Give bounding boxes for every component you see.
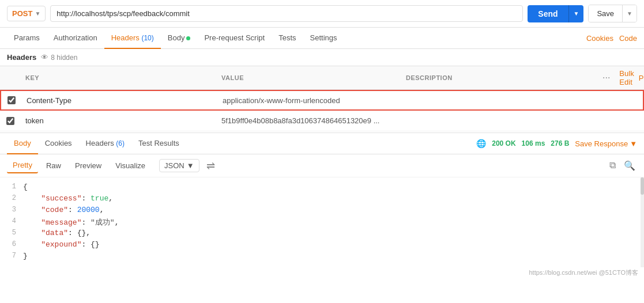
row1-description[interactable] xyxy=(402,97,643,104)
row1-checkbox[interactable] xyxy=(7,96,16,104)
table-header-row: KEY VALUE DESCRIPTION ··· Bulk Edit Pres… xyxy=(0,66,644,90)
view-tab-pretty[interactable]: Pretty xyxy=(7,158,38,173)
response-headers-count: (6) xyxy=(116,139,125,147)
view-tab-preview[interactable]: Preview xyxy=(69,158,107,173)
response-tab-headers[interactable]: Headers (6) xyxy=(79,133,131,154)
send-btn-group: Send ▼ xyxy=(528,5,583,22)
row1-value[interactable]: application/x-www-form-urlencoded xyxy=(218,93,402,108)
row2-checkbox[interactable] xyxy=(6,117,14,125)
code-line-6: 6 "expound": {} xyxy=(0,240,644,251)
wrap-icon[interactable]: ⇌ xyxy=(206,160,215,172)
row2-value[interactable]: 5f1b9ff0e4b08b8a8fa3d106374864651320e9 .… xyxy=(217,113,401,128)
url-input[interactable] xyxy=(50,5,523,22)
save-dropdown-button[interactable]: ▼ xyxy=(622,5,637,22)
tab-tests[interactable]: Tests xyxy=(272,28,303,49)
status-ok: 200 OK xyxy=(492,139,515,147)
more-options-icon[interactable]: ··· xyxy=(598,73,615,83)
send-dropdown-button[interactable]: ▼ xyxy=(568,5,584,22)
cookies-link[interactable]: Cookies xyxy=(586,34,613,43)
search-icon[interactable]: 🔍 xyxy=(622,158,637,173)
col-header-description: DESCRIPTION xyxy=(401,74,598,81)
col-header-value: VALUE xyxy=(217,74,401,81)
row2-description[interactable] xyxy=(401,118,644,124)
format-label: JSON xyxy=(164,161,184,170)
table-row: token 5f1b9ff0e4b08b8a8fa3d1063748646513… xyxy=(0,111,644,131)
col-header-key: KEY xyxy=(21,74,217,81)
code-line-5: 5 "data": {}, xyxy=(0,228,644,240)
response-tabs-row: Body Cookies Headers (6) Test Results 🌐 … xyxy=(0,132,644,154)
save-response-label: Save Response xyxy=(575,139,628,148)
response-headers-label: Headers xyxy=(86,139,116,147)
body-toolbar: Pretty Raw Preview Visualize JSON ▼ ⇌ ⧉ … xyxy=(0,154,644,177)
tab-headers[interactable]: Headers (10) xyxy=(104,28,161,49)
response-tab-body[interactable]: Body xyxy=(7,133,38,154)
row2-key[interactable]: token xyxy=(21,113,217,128)
code-line-3: 3 "code": 20000, xyxy=(0,205,644,217)
headers-table: KEY VALUE DESCRIPTION ··· Bulk Edit Pres… xyxy=(0,66,644,131)
response-tab-cookies[interactable]: Cookies xyxy=(38,133,79,154)
bulk-edit-button[interactable]: Bulk Edit xyxy=(619,69,634,86)
copy-icon[interactable]: ⧉ xyxy=(608,158,617,173)
headers-section-header: Headers 👁 8 hidden xyxy=(0,49,644,66)
tab-authorization[interactable]: Authorization xyxy=(47,28,104,49)
save-btn-group: Save ▼ xyxy=(588,5,637,22)
scrollbar[interactable] xyxy=(641,177,644,267)
hidden-count: 8 hidden xyxy=(51,54,77,62)
response-tab-test-results[interactable]: Test Results xyxy=(131,133,186,154)
save-response-arrow: ▼ xyxy=(630,139,637,148)
method-label: POST xyxy=(12,9,32,18)
method-select[interactable]: POST ▼ xyxy=(7,6,46,21)
tab-params[interactable]: Params xyxy=(7,28,47,49)
code-line-2: 2 "success": true, xyxy=(0,194,644,205)
send-button[interactable]: Send xyxy=(528,5,568,22)
tab-body-label: Body xyxy=(168,33,185,42)
tab-settings[interactable]: Settings xyxy=(303,28,344,49)
row2-checkbox-cell xyxy=(0,115,21,127)
tab-body-dot xyxy=(186,36,190,40)
code-line-7: 7 } xyxy=(0,251,644,263)
format-arrow: ▼ xyxy=(187,161,194,170)
table-row: Content-Type application/x-www-form-urle… xyxy=(0,90,644,111)
code-link[interactable]: Code xyxy=(619,34,637,43)
watermark: https://blog.csdn.net/wei @51CTO博客 xyxy=(0,267,644,278)
row1-checkbox-cell xyxy=(1,94,22,107)
save-button[interactable]: Save xyxy=(589,5,622,22)
hidden-badge: 👁 8 hidden xyxy=(41,53,77,62)
view-tab-raw[interactable]: Raw xyxy=(40,158,67,173)
code-area: 1 { 2 "success": true, 3 "code": 20000, … xyxy=(0,177,644,267)
code-line-1: 1 { xyxy=(0,182,644,194)
code-line-4: 4 "message": "成功", xyxy=(0,217,644,228)
format-select[interactable]: JSON ▼ xyxy=(159,159,199,172)
status-time: 106 ms xyxy=(522,139,545,147)
tab-headers-label: Headers xyxy=(111,33,142,42)
row1-key[interactable]: Content-Type xyxy=(22,93,218,108)
save-response-button[interactable]: Save Response ▼ xyxy=(575,139,637,148)
status-size: 276 B xyxy=(551,139,569,147)
request-tabs-row: Params Authorization Headers (10) Body P… xyxy=(0,28,644,49)
presets-button[interactable]: Presets ▼ xyxy=(639,74,644,82)
response-status-bar: 🌐 200 OK 106 ms 276 B Save Response ▼ xyxy=(476,139,637,148)
presets-label: Presets xyxy=(639,74,644,82)
body-toolbar-right: ⧉ 🔍 xyxy=(608,158,637,173)
tab-prerequest[interactable]: Pre-request Script xyxy=(197,28,272,49)
top-bar: POST ▼ Send ▼ Save ▼ xyxy=(0,0,644,28)
headers-section-title: Headers xyxy=(7,53,36,62)
view-tab-visualize[interactable]: Visualize xyxy=(110,158,151,173)
method-arrow: ▼ xyxy=(35,10,40,17)
tab-body[interactable]: Body xyxy=(161,28,198,49)
eye-icon: 👁 xyxy=(41,53,48,62)
globe-icon: 🌐 xyxy=(476,139,486,148)
tab-headers-count: (10) xyxy=(141,34,153,42)
tabs-right-links: Cookies Code xyxy=(586,34,637,43)
col-actions: ··· Bulk Edit Presets ▼ xyxy=(598,69,644,86)
